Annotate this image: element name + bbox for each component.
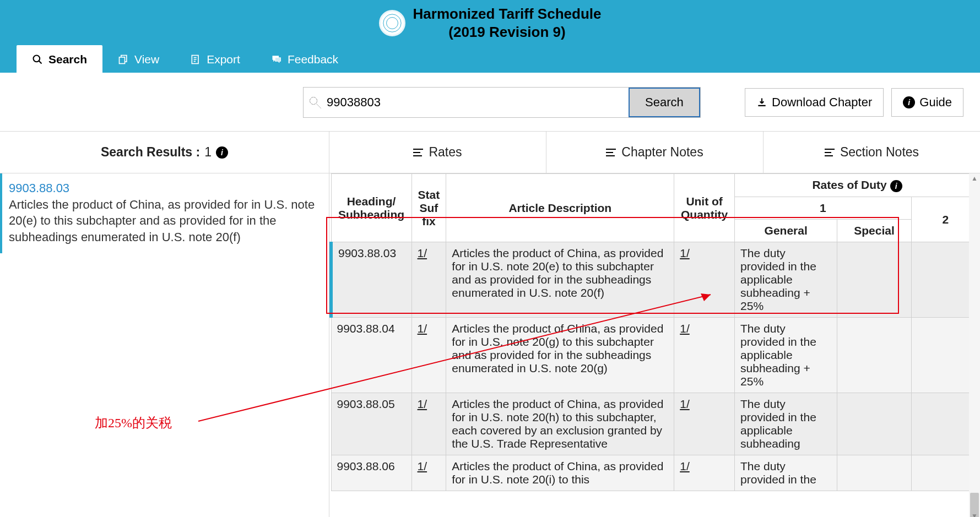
footnote-link[interactable]: 1/ — [680, 460, 690, 472]
content-panel: Rates Chapter Notes Section Notes Headin… — [329, 132, 980, 517]
footnote-link[interactable]: 1/ — [418, 398, 427, 410]
cell-suffix: 1/ — [412, 393, 446, 455]
tab-label: View — [134, 53, 159, 66]
guide-label: Guide — [919, 95, 952, 110]
cell-special — [837, 242, 912, 318]
cell-suffix: 1/ — [412, 318, 446, 393]
tab-label: Search — [48, 53, 87, 66]
cell-heading: 9903.88.05 — [331, 393, 412, 455]
cell-general: The duty provided in the applicable subh… — [735, 318, 837, 393]
search-icon — [32, 54, 43, 65]
download-chapter-button[interactable]: Download Chapter — [745, 88, 884, 117]
svg-line-3 — [39, 61, 42, 64]
cell-unit: 1/ — [674, 242, 735, 318]
cell-suffix: 1/ — [412, 455, 446, 491]
download-label: Download Chapter — [772, 95, 872, 110]
footnote-link[interactable]: 1/ — [418, 247, 427, 259]
svg-point-2 — [34, 56, 40, 62]
table-row[interactable]: 9903.88.051/Articles the product of Chin… — [331, 393, 980, 455]
tab-feedback[interactable]: Feedback — [256, 45, 354, 73]
subtab-section-notes[interactable]: Section Notes — [764, 132, 980, 173]
scroll-up-arrow[interactable]: ▲ — [969, 173, 980, 183]
export-icon — [190, 54, 201, 65]
tab-label: Export — [207, 53, 240, 66]
subtab-label: Section Notes — [840, 145, 919, 160]
search-input[interactable] — [304, 89, 629, 116]
table-row[interactable]: 9903.88.041/Articles the product of Chin… — [331, 318, 980, 393]
subtab-label: Chapter Notes — [621, 145, 703, 160]
cell-unit: 1/ — [674, 318, 735, 393]
cell-desc: Articles the product of China, as provid… — [446, 455, 674, 491]
tab-search[interactable]: Search — [17, 45, 102, 73]
cell-desc: Articles the product of China, as provid… — [446, 393, 674, 455]
search-button[interactable]: Search — [629, 88, 700, 117]
vertical-scrollbar[interactable]: ▲ ▼ — [969, 173, 980, 517]
search-results-header: Search Results : 1 i — [0, 132, 329, 173]
results-label: Search Results : — [101, 145, 200, 160]
tab-view[interactable]: View — [102, 45, 175, 73]
copy-icon — [118, 54, 129, 65]
subtab-rates[interactable]: Rates — [329, 132, 546, 173]
header-title-block: Harmonized Tariff Schedule (2019 Revisio… — [0, 2, 980, 45]
search-result-item[interactable]: 9903.88.03 Articles the product of China… — [0, 173, 329, 253]
th-unit: Unit of Quantity — [674, 174, 735, 242]
svg-point-0 — [383, 14, 400, 32]
cell-suffix: 1/ — [412, 242, 446, 318]
info-icon[interactable]: i — [216, 146, 228, 159]
subtab-chapter-notes[interactable]: Chapter Notes — [546, 132, 764, 173]
results-count: 1 — [204, 145, 212, 160]
th-suffix: Stat Suf fix — [412, 174, 446, 242]
list-icon — [825, 149, 835, 156]
tab-export[interactable]: Export — [175, 45, 256, 73]
cell-unit: 1/ — [674, 455, 735, 491]
app-header: Harmonized Tariff Schedule (2019 Revisio… — [0, 0, 980, 73]
tariff-table-wrap[interactable]: Heading/ Subheading Stat Suf fix Article… — [329, 173, 980, 517]
footnote-link[interactable]: 1/ — [418, 322, 427, 335]
info-icon[interactable]: i — [890, 180, 902, 192]
scroll-down-arrow[interactable]: ▼ — [969, 511, 980, 517]
cell-general: The duty provided in the applicable subh… — [735, 242, 837, 318]
app-subtitle: (2019 Revision 9) — [413, 24, 602, 41]
list-icon — [606, 149, 616, 156]
seal-icon — [379, 10, 405, 36]
th-rates: Rates of Duty i — [735, 174, 980, 197]
th-heading: Heading/ Subheading — [331, 174, 412, 242]
cell-desc: Articles the product of China, as provid… — [446, 242, 674, 318]
th-general: General — [735, 220, 837, 242]
footnote-link[interactable]: 1/ — [680, 398, 690, 410]
svg-point-1 — [386, 18, 398, 29]
svg-rect-5 — [120, 57, 125, 64]
download-icon — [756, 97, 767, 108]
th-rates-label: Rates of Duty — [812, 178, 886, 191]
chat-icon — [271, 54, 282, 65]
cell-heading: 9903.88.04 — [331, 318, 412, 393]
cell-special — [837, 455, 912, 491]
table-row[interactable]: 9903.88.061/Articles the product of Chin… — [331, 455, 980, 491]
cell-general: The duty provided in the — [735, 455, 837, 491]
guide-button[interactable]: i Guide — [891, 88, 963, 117]
content-subtabs: Rates Chapter Notes Section Notes — [329, 132, 980, 173]
cell-desc: Articles the product of China, as provid… — [446, 318, 674, 393]
table-row[interactable]: 9903.88.031/Articles the product of Chin… — [331, 242, 980, 318]
sidebar: Search Results : 1 i 9903.88.03 Articles… — [0, 132, 329, 517]
list-icon — [413, 149, 423, 156]
footnote-link[interactable]: 1/ — [680, 247, 690, 259]
th-description: Article Description — [446, 174, 674, 242]
search-box: Search — [303, 87, 701, 118]
cell-heading: 9903.88.03 — [331, 242, 412, 318]
info-icon: i — [903, 96, 915, 108]
annotation-text: 加25%的关税 — [95, 414, 172, 432]
result-description: Articles the product of China, as provid… — [9, 197, 320, 246]
footnote-link[interactable]: 1/ — [680, 322, 690, 335]
cell-special — [837, 393, 912, 455]
primary-tabs: Search View Export Feedback — [0, 45, 980, 73]
tariff-table: Heading/ Subheading Stat Suf fix Article… — [329, 173, 980, 491]
footnote-link[interactable]: 1/ — [418, 460, 427, 472]
cell-general: The duty provided in the applicable subh… — [735, 393, 837, 455]
cell-special — [837, 318, 912, 393]
result-code: 9903.88.03 — [9, 180, 320, 197]
cell-heading: 9903.88.06 — [331, 455, 412, 491]
main-area: Search Results : 1 i 9903.88.03 Articles… — [0, 132, 980, 517]
subtab-label: Rates — [429, 145, 462, 160]
tab-label: Feedback — [288, 53, 338, 66]
